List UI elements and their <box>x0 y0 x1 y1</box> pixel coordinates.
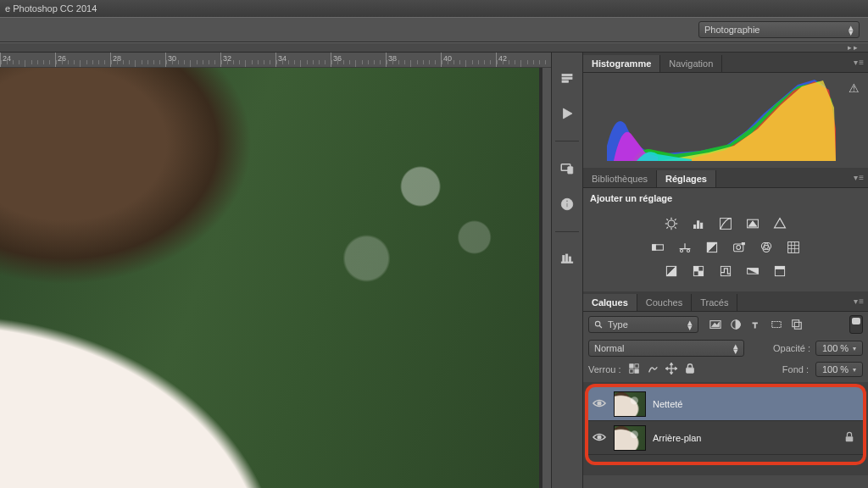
filter-adjustment-icon[interactable] <box>729 318 743 331</box>
svg-rect-65 <box>629 364 632 368</box>
history-icon[interactable] <box>556 68 578 88</box>
exposure-icon[interactable] <box>743 215 762 232</box>
lock-all-icon[interactable] <box>684 363 696 376</box>
panel-collapse-strip[interactable]: ▸▸ <box>0 42 868 53</box>
dropdown-arrows-icon: ▴▾ <box>733 343 738 353</box>
svg-rect-25 <box>721 219 732 230</box>
layer-row[interactable]: Netteté <box>588 387 863 421</box>
layer-name[interactable]: Arrière-plan <box>653 433 701 443</box>
workspace-value: Photographie <box>704 25 760 35</box>
opacity-input[interactable]: 100 % <box>815 341 863 356</box>
svg-rect-2 <box>562 80 569 82</box>
svg-line-57 <box>599 325 602 328</box>
svg-marker-74 <box>675 367 677 370</box>
svg-marker-53 <box>748 269 759 274</box>
paragraph-icon[interactable] <box>556 249 578 269</box>
svg-rect-64 <box>794 322 801 329</box>
levels-icon[interactable] <box>689 215 708 232</box>
svg-rect-66 <box>634 364 637 368</box>
svg-marker-47 <box>666 266 676 275</box>
svg-line-20 <box>675 219 676 220</box>
layer-row[interactable]: Arrière-plan <box>588 421 863 455</box>
photo-filter-icon[interactable] <box>730 239 748 256</box>
filter-smartobject-icon[interactable] <box>790 318 804 331</box>
lock-position-icon[interactable] <box>665 363 677 376</box>
svg-rect-62 <box>772 322 782 328</box>
tab-calques[interactable]: Calques <box>583 294 637 311</box>
tab-histogramme[interactable]: Histogramme <box>583 55 660 72</box>
svg-point-13 <box>668 220 675 227</box>
histogram-warning-icon[interactable]: ⚠ <box>849 81 860 95</box>
add-adjustment-label: Ajouter un réglage <box>583 188 868 208</box>
svg-marker-59 <box>712 322 720 326</box>
svg-marker-73 <box>665 367 668 370</box>
blend-opacity-row: Normal ▴▾ Opacité : 100 % <box>583 337 868 359</box>
svg-marker-34 <box>707 242 716 252</box>
svg-rect-0 <box>562 75 572 76</box>
svg-text:T: T <box>753 320 758 330</box>
svg-marker-28 <box>775 219 786 228</box>
svg-rect-68 <box>634 369 637 373</box>
visibility-eye-icon[interactable] <box>592 398 607 410</box>
layer-locked-icon <box>844 431 854 445</box>
layer-name[interactable]: Netteté <box>653 399 682 409</box>
info-icon[interactable] <box>556 194 578 214</box>
panel-menu-icon[interactable]: ▾≡ <box>854 297 865 306</box>
canvas-area: 24 26 28 30 32 34 36 38 40 42 <box>0 53 551 488</box>
posterize-icon[interactable] <box>689 263 708 280</box>
color-balance-icon[interactable] <box>676 239 694 256</box>
app-title: e Photoshop CC 2014 <box>5 3 97 14</box>
tab-bibliotheques[interactable]: Bibliothèques <box>583 170 657 187</box>
layer-thumbnail[interactable] <box>614 425 646 451</box>
invert-icon[interactable] <box>662 263 681 280</box>
histogram-tabs: Histogramme Navigation ▾≡ <box>583 53 868 73</box>
lock-image-icon[interactable] <box>647 363 659 376</box>
svg-point-8 <box>566 200 568 202</box>
tab-reglages[interactable]: Réglages <box>657 170 716 187</box>
horizontal-ruler: 24 26 28 30 32 34 36 38 40 42 <box>0 53 551 68</box>
svg-marker-3 <box>564 108 573 119</box>
visibility-eye-icon[interactable] <box>592 432 607 444</box>
panels-column: Histogramme Navigation ▾≡ ⚠ Bibliothèque… <box>583 53 868 488</box>
color-lookup-icon[interactable] <box>784 239 803 256</box>
svg-rect-50 <box>698 271 704 276</box>
svg-point-36 <box>737 246 741 250</box>
tab-couches[interactable]: Couches <box>637 294 692 311</box>
brightness-contrast-icon[interactable] <box>662 215 681 232</box>
panel-menu-icon[interactable]: ▾≡ <box>854 173 865 182</box>
layer-filter-type-select[interactable]: Type ▴▾ <box>588 316 698 333</box>
vibrance-icon[interactable] <box>771 215 789 232</box>
curves-icon[interactable] <box>716 215 735 232</box>
filter-type-text-icon[interactable]: T <box>749 318 763 331</box>
fill-input[interactable]: 100 % <box>815 362 863 377</box>
svg-point-77 <box>598 435 601 439</box>
hue-saturation-icon[interactable] <box>648 239 667 256</box>
svg-point-76 <box>598 402 601 405</box>
tab-navigation[interactable]: Navigation <box>660 55 722 72</box>
black-white-icon[interactable] <box>703 239 721 256</box>
fill-label: Fond : <box>782 364 809 374</box>
selective-color-icon[interactable] <box>771 263 789 280</box>
blend-mode-value: Normal <box>594 343 624 353</box>
lock-transparency-icon[interactable] <box>628 363 640 376</box>
svg-point-32 <box>687 249 689 252</box>
svg-line-19 <box>675 227 676 229</box>
blend-mode-select[interactable]: Normal ▴▾ <box>588 340 744 357</box>
workspace-selector[interactable]: Photographie ▴▾ <box>698 21 860 38</box>
filter-pixel-icon[interactable] <box>709 318 722 331</box>
filter-shape-icon[interactable] <box>770 318 783 331</box>
filter-toggle[interactable] <box>849 315 863 334</box>
svg-point-31 <box>680 249 682 252</box>
layer-filter-row: Type ▴▾ T <box>583 312 868 337</box>
layer-thumbnail[interactable] <box>614 391 646 417</box>
device-preview-icon[interactable] <box>556 158 578 179</box>
threshold-icon[interactable] <box>716 263 735 280</box>
actions-play-icon[interactable] <box>556 103 578 124</box>
channel-mixer-icon[interactable] <box>757 239 776 256</box>
panel-menu-icon[interactable]: ▾≡ <box>854 58 865 67</box>
tab-traces[interactable]: Tracés <box>692 294 737 311</box>
svg-rect-78 <box>846 436 854 441</box>
libraries-tabs: Bibliothèques Réglages ▾≡ <box>583 168 868 188</box>
document-canvas[interactable] <box>0 68 542 488</box>
gradient-map-icon[interactable] <box>743 263 762 280</box>
